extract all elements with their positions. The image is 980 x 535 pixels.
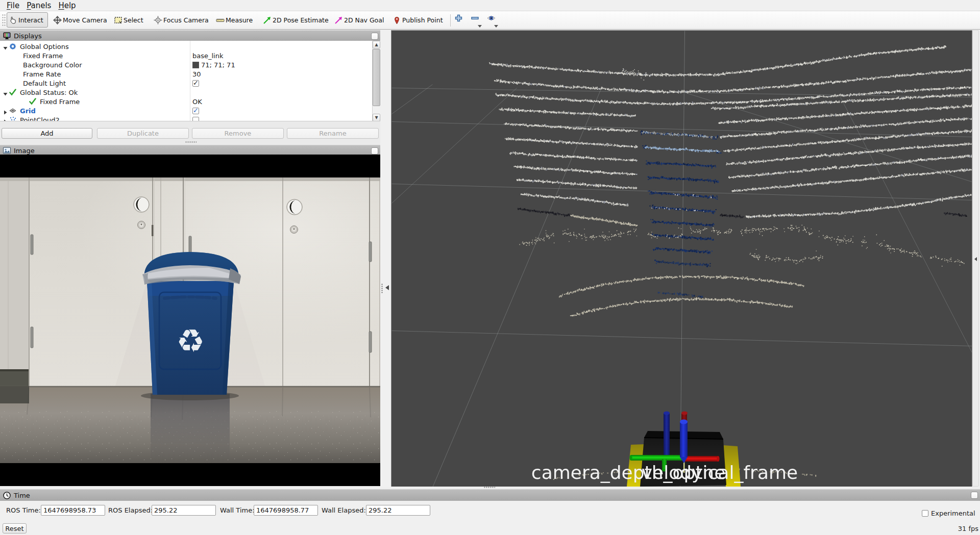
- tree-row-label: Global Options: [20, 43, 69, 50]
- experimental-checkbox[interactable]: [922, 510, 928, 517]
- tf-frame-label-velodyne: velodyne: [642, 462, 726, 483]
- tool-button-label: 2D Nav Goal: [344, 16, 384, 24]
- tree-row-frame-rate[interactable]: Frame Rate30: [0, 69, 372, 79]
- tree-row-checkbox[interactable]: [192, 117, 199, 122]
- tool-button-interact[interactable]: Interact: [7, 12, 48, 28]
- toolbar-separator: [450, 14, 451, 27]
- scrollbar-thumb[interactable]: [373, 49, 380, 106]
- time-field-input-0[interactable]: [41, 505, 105, 516]
- color-swatch[interactable]: [192, 62, 199, 68]
- duplicate-button[interactable]: Duplicate: [97, 128, 189, 139]
- time-field-input-1[interactable]: [152, 505, 216, 516]
- tree-row-default-light[interactable]: Default Light: [0, 79, 372, 88]
- time-panel-content: ROS Time:ROS Elapsed:Wall Time:Wall Elap…: [0, 501, 980, 535]
- splitter-dots: [381, 284, 383, 294]
- tree-row-checkbox[interactable]: [192, 80, 199, 87]
- button-label: Remove: [225, 130, 252, 137]
- tool-button-eye[interactable]: [487, 13, 499, 28]
- menu-item-panels[interactable]: Panels: [23, 0, 55, 11]
- time-field-label-0: ROS Time:: [6, 505, 41, 516]
- tool-button-minus[interactable]: [471, 13, 483, 28]
- focus-camera-icon: [154, 16, 162, 24]
- displays-tree: Global OptionsFixed Framebase_linkBackgr…: [0, 41, 380, 121]
- tree-row-fixed-frame[interactable]: Fixed Framebase_link: [0, 51, 372, 60]
- menu-item-file[interactable]: File: [3, 0, 23, 11]
- add-button[interactable]: Add: [2, 128, 92, 139]
- tool-button-label: Focus Camera: [163, 16, 209, 24]
- tool-button-focus-camera[interactable]: Focus Camera: [152, 12, 213, 28]
- tree-row-checkbox[interactable]: [192, 108, 199, 114]
- remove-button[interactable]: Remove: [192, 128, 284, 139]
- tree-row-background-color[interactable]: Background Color71; 71; 71: [0, 60, 372, 69]
- tree-row-global-status-ok[interactable]: Global Status: Ok: [0, 88, 372, 97]
- image-panel-float-button[interactable]: [371, 147, 378, 155]
- dropdown-arrow-icon[interactable]: [478, 25, 482, 28]
- right-strip-collapse-arrow-icon[interactable]: [974, 257, 977, 261]
- nav-goal-arrow-icon: [334, 16, 343, 24]
- scrollbar-up-button[interactable]: ▲: [373, 41, 380, 48]
- toolbar: InteractMove CameraSelectFocus CameraMea…: [0, 11, 980, 30]
- splitter-collapse-arrow-icon[interactable]: [385, 285, 389, 290]
- expander-right-icon[interactable]: [3, 118, 8, 122]
- tool-button-plus[interactable]: [454, 13, 467, 28]
- toolbar-grip-handle[interactable]: [2, 14, 6, 27]
- expander-down-icon[interactable]: [3, 90, 8, 95]
- time-panel-icon: [3, 492, 11, 499]
- tree-row-global-options[interactable]: Global Options: [0, 42, 372, 51]
- select-box-icon: [114, 16, 122, 24]
- tool-button-publish-point[interactable]: Publish Point: [390, 12, 448, 28]
- tree-row-value[interactable]: OK: [192, 98, 202, 106]
- move-camera-icon: [53, 16, 62, 24]
- displays-panel-float-button[interactable]: [371, 33, 378, 40]
- button-label: Rename: [319, 130, 346, 137]
- experimental-label: Experimental: [931, 509, 975, 517]
- time-panel-float-button[interactable]: [971, 492, 978, 499]
- tool-button-select[interactable]: Select: [112, 12, 148, 28]
- scrollbar-down-button[interactable]: ▼: [373, 114, 380, 121]
- tree-row-pointcloud2[interactable]: PointCloud2: [0, 115, 372, 121]
- image-panel-icon: [3, 147, 11, 154]
- tree-row-label: Global Status: Ok: [20, 89, 78, 96]
- dock-splitter-handle[interactable]: [185, 141, 197, 143]
- tool-button-label: 2D Pose Estimate: [273, 16, 329, 24]
- render-canvas[interactable]: [391, 31, 972, 487]
- expander-right-icon[interactable]: [3, 109, 8, 113]
- time-splitter-dots: [484, 487, 495, 489]
- tree-row-label: Fixed Frame: [40, 98, 80, 106]
- tool-button-measure[interactable]: Measure: [214, 12, 257, 28]
- tree-row-value[interactable]: 30: [192, 70, 201, 78]
- door-lock-left: [138, 221, 145, 229]
- displays-tree-scrollbar[interactable]: ▲ ▼: [372, 41, 380, 121]
- time-field-input-3[interactable]: [366, 505, 430, 516]
- time-field-input-2[interactable]: [254, 505, 318, 516]
- time-panel-titlebar: Time: [0, 489, 980, 501]
- pointcloud-icon: [9, 116, 16, 121]
- rename-button[interactable]: Rename: [287, 128, 379, 139]
- publish-point-pin-icon: [393, 16, 401, 24]
- tree-row-value[interactable]: base_link: [192, 52, 223, 60]
- dropdown-arrow-icon[interactable]: [494, 25, 498, 28]
- tool-button-2d-pose-estimate[interactable]: 2D Pose Estimate: [261, 12, 333, 28]
- vertical-splitter[interactable]: [380, 30, 391, 487]
- image-panel-titlebar: Image: [0, 145, 380, 156]
- tree-row-label: Fixed Frame: [23, 52, 63, 60]
- time-panel-title: Time: [14, 492, 30, 499]
- tree-row-grid[interactable]: Grid: [0, 106, 372, 115]
- tree-row-fixed-frame[interactable]: Fixed FrameOK: [0, 97, 372, 106]
- menu-item-help[interactable]: Help: [55, 0, 79, 11]
- recycle-icon: ♻: [176, 322, 205, 360]
- reset-button[interactable]: Reset: [3, 523, 27, 533]
- tree-row-label: PointCloud2: [20, 116, 60, 122]
- check-icon: [29, 98, 36, 105]
- menu-bar: FilePanelsHelp: [0, 0, 980, 11]
- minus-icon: [471, 14, 479, 22]
- grid-icon: [9, 107, 16, 114]
- right-dock-strip[interactable]: [972, 30, 979, 487]
- 3d-viewport[interactable]: camera_depth_optical_frame velodyne: [391, 30, 972, 487]
- door-handle-right: [287, 199, 302, 215]
- expander-down-icon[interactable]: [3, 44, 8, 49]
- tool-button-move-camera[interactable]: Move Camera: [51, 12, 112, 28]
- tree-row-value[interactable]: 71; 71; 71: [201, 61, 235, 69]
- time-field-label-1: ROS Elapsed:: [108, 505, 153, 516]
- tool-button-2d-nav-goal[interactable]: 2D Nav Goal: [332, 12, 388, 28]
